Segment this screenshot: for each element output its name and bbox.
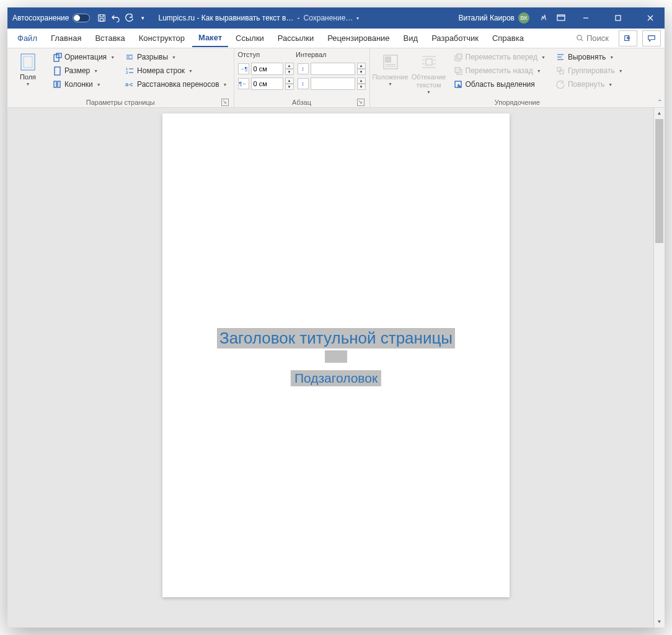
- paragraph-launcher[interactable]: ↘: [357, 99, 365, 106]
- tab-design[interactable]: Конструктор: [133, 30, 191, 47]
- margins-icon: [18, 52, 38, 72]
- svg-line-8: [581, 39, 583, 41]
- spinner-down[interactable]: ▼: [285, 84, 294, 90]
- save-icon[interactable]: [95, 11, 108, 25]
- save-status: Сохранение…: [304, 14, 353, 22]
- document-canvas[interactable]: Заголовок титульной страницы Подзаголово…: [7, 108, 665, 628]
- tab-view[interactable]: Вид: [397, 30, 425, 47]
- hyphenation-button[interactable]: a-c Расстановка переносов▼: [122, 78, 229, 91]
- group-paragraph: Отступ Интервал →¶ ▲▼ ↕ ▲▼: [234, 48, 370, 107]
- columns-button[interactable]: Колонки▼: [50, 78, 117, 91]
- tab-mailings[interactable]: Рассылки: [272, 30, 320, 47]
- spinner-down[interactable]: ▼: [285, 69, 294, 75]
- tab-developer[interactable]: Разработчик: [425, 30, 485, 47]
- tab-review[interactable]: Рецензирование: [321, 30, 396, 47]
- page[interactable]: Заголовок титульной страницы Подзаголово…: [162, 113, 510, 597]
- align-button[interactable]: Выровнять▼: [553, 51, 626, 63]
- tab-help[interactable]: Справка: [486, 30, 530, 47]
- tab-insert[interactable]: Вставка: [89, 30, 131, 47]
- spinner-up[interactable]: ▲: [357, 63, 366, 69]
- position-icon: [381, 52, 400, 72]
- empty-paragraph-selection[interactable]: [325, 350, 347, 363]
- comments-button[interactable]: [642, 30, 661, 47]
- svg-rect-14: [55, 67, 60, 75]
- rotate-icon: [555, 79, 565, 89]
- svg-rect-4: [616, 16, 621, 20]
- group-arrange: Положение ▼ Обтекание текстом ▼ Перемест…: [370, 48, 665, 107]
- collapse-ribbon-icon[interactable]: ⌃: [657, 99, 662, 105]
- indent-left-spinner[interactable]: →¶ ▲▼: [238, 63, 294, 75]
- indent-left-input[interactable]: [251, 63, 283, 75]
- close-button[interactable]: [636, 7, 665, 29]
- spacing-header: Интервал: [296, 51, 326, 58]
- indent-right-input[interactable]: [251, 78, 283, 90]
- svg-point-7: [577, 35, 581, 40]
- margins-button[interactable]: Поля ▼: [11, 51, 45, 87]
- user-name: Виталий Каиров: [458, 14, 515, 22]
- rotate-button: Повернуть▼: [553, 78, 626, 91]
- scroll-up-arrow[interactable]: ▲: [654, 108, 665, 119]
- title-text[interactable]: Заголовок титульной страницы: [217, 328, 455, 349]
- size-button[interactable]: Размер▼: [50, 64, 117, 77]
- share-button[interactable]: [619, 30, 637, 47]
- svg-rect-11: [24, 56, 32, 68]
- autosave-toggle[interactable]: [73, 14, 90, 22]
- tab-file[interactable]: Файл: [11, 30, 43, 47]
- svg-rect-16: [58, 81, 60, 87]
- columns-icon: [52, 79, 62, 89]
- indent-right-spinner[interactable]: ¶← ▲▼: [238, 78, 294, 90]
- page-setup-launcher[interactable]: ↘: [221, 99, 229, 106]
- undo-icon[interactable]: [108, 11, 122, 25]
- svg-text:a-c: a-c: [125, 81, 133, 87]
- wrap-icon: [419, 52, 439, 72]
- line-numbers-button[interactable]: 12 Номера строк▼: [122, 64, 229, 77]
- tab-references[interactable]: Ссылки: [229, 30, 270, 47]
- spacing-after-icon: ↕: [298, 78, 309, 89]
- group-objects-button: Группировать▼: [553, 64, 626, 77]
- bring-forward-icon: [453, 52, 463, 62]
- qat-customize-icon[interactable]: ▾: [136, 11, 149, 25]
- avatar[interactable]: ВК: [518, 12, 529, 24]
- vertical-scrollbar[interactable]: ▲ ▼: [653, 108, 665, 628]
- tab-layout[interactable]: Макет: [192, 29, 228, 47]
- indent-left-icon: →¶: [238, 63, 249, 74]
- search-box[interactable]: Поиск: [571, 31, 614, 45]
- wrap-text-button: Обтекание текстом ▼: [412, 51, 446, 95]
- tab-home[interactable]: Главная: [45, 30, 87, 47]
- svg-rect-22: [426, 59, 432, 65]
- minimize-button[interactable]: [572, 7, 600, 29]
- search-label: Поиск: [586, 33, 609, 43]
- spacing-before-spinner[interactable]: ↕ ▲▼: [298, 63, 366, 75]
- send-backward-icon: [453, 66, 463, 76]
- spacing-after-spinner[interactable]: ↕ ▲▼: [298, 78, 366, 90]
- document-title: Lumpics.ru - Как выравнивать текст в…: [158, 14, 293, 22]
- svg-rect-24: [457, 54, 462, 59]
- redo-icon[interactable]: [122, 11, 136, 25]
- orientation-button[interactable]: Ориентация▼: [50, 51, 117, 63]
- coming-soon-icon[interactable]: [537, 11, 550, 25]
- maximize-button[interactable]: [604, 7, 632, 29]
- subtitle-text[interactable]: Подзаголовок: [291, 370, 381, 386]
- line-numbers-icon: 12: [125, 66, 135, 76]
- ribbon-display-icon[interactable]: [554, 11, 568, 25]
- svg-rect-29: [560, 70, 564, 74]
- svg-rect-21: [386, 57, 391, 62]
- spacing-after-input[interactable]: [311, 78, 355, 90]
- breaks-button[interactable]: Разрывы▼: [122, 51, 229, 63]
- spacing-before-icon: ↕: [298, 63, 309, 74]
- spinner-up[interactable]: ▲: [285, 78, 294, 84]
- ribbon-tabs: Файл Главная Вставка Конструктор Макет С…: [7, 29, 665, 48]
- group-label-page-setup: Параметры страницы ↘: [11, 97, 230, 107]
- titlebar: Автосохранение ▾ Lumpics.ru - Как выравн…: [7, 7, 665, 29]
- spacing-before-input[interactable]: [311, 63, 355, 75]
- scroll-down-arrow[interactable]: ▼: [654, 616, 665, 628]
- svg-rect-15: [54, 81, 56, 87]
- spinner-up[interactable]: ▲: [285, 63, 294, 69]
- scroll-thumb[interactable]: [655, 119, 663, 243]
- spinner-down[interactable]: ▼: [357, 84, 366, 90]
- group-label-paragraph: Абзац ↘: [238, 97, 366, 107]
- spinner-up[interactable]: ▲: [357, 78, 366, 84]
- selection-pane-button[interactable]: Область выделения: [451, 78, 548, 91]
- orientation-icon: [52, 52, 62, 62]
- spinner-down[interactable]: ▼: [357, 69, 366, 75]
